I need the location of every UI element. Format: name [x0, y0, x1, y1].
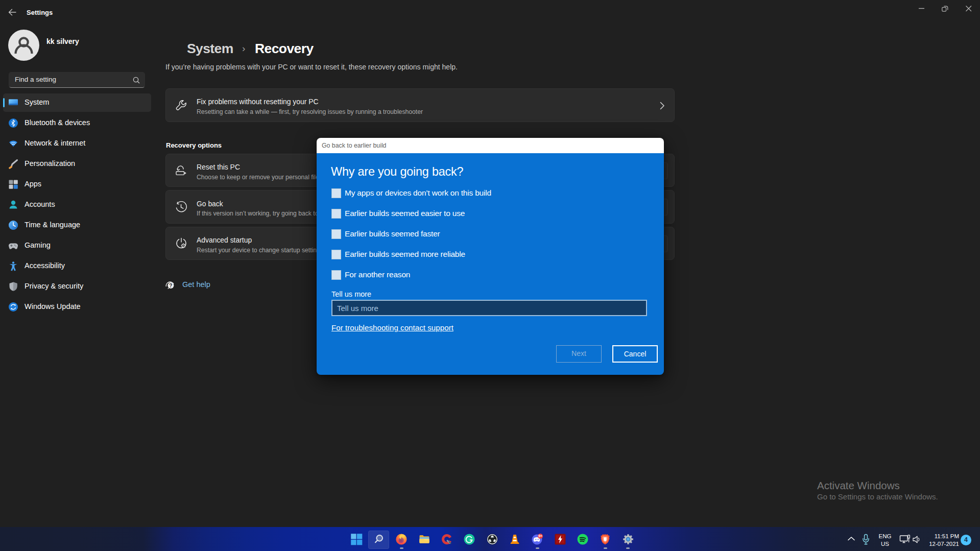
svg-text:9+: 9+ — [539, 534, 543, 538]
svg-text:?: ? — [169, 283, 172, 289]
